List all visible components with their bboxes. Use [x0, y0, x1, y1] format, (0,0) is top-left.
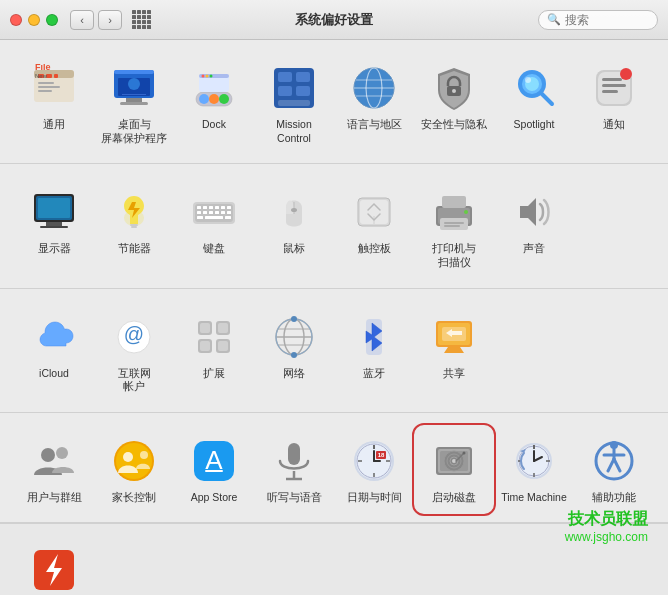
svg-rect-86	[444, 222, 464, 224]
dock-icon	[188, 62, 240, 114]
back-button[interactable]: ‹	[70, 10, 94, 30]
svg-point-111	[41, 448, 55, 462]
svg-point-106	[291, 352, 297, 358]
pref-item-language[interactable]: 语言与地区	[336, 54, 412, 153]
svg-rect-67	[227, 206, 231, 209]
energy-icon	[108, 186, 160, 238]
users-label: 用户与群组	[27, 491, 82, 505]
datetime-label: 日期与时间	[347, 491, 402, 505]
titlebar: ‹ › 系统偏好设置 🔍	[0, 0, 668, 40]
pref-item-startup[interactable]: 启动磁盘	[416, 427, 492, 513]
hardware-section: 显示器 节能器	[0, 164, 668, 288]
svg-rect-87	[444, 225, 460, 227]
pref-item-notification[interactable]: 通知	[576, 54, 652, 153]
svg-text:@: @	[124, 323, 144, 345]
svg-point-20	[219, 94, 229, 104]
pref-item-mouse[interactable]: 鼠标	[256, 178, 332, 277]
nav-buttons: ‹ ›	[70, 10, 122, 30]
svg-rect-27	[278, 72, 292, 82]
pref-item-trackpad[interactable]: 触控板	[336, 178, 412, 277]
svg-point-112	[56, 447, 68, 459]
pref-item-spotlight[interactable]: Spotlight	[496, 54, 572, 153]
general-icon: File New	[28, 62, 80, 114]
search-box[interactable]: 🔍	[538, 10, 658, 30]
datetime-icon: 18	[348, 435, 400, 487]
pref-item-sharing[interactable]: 共享	[416, 303, 492, 402]
svg-rect-119	[288, 443, 300, 465]
mouse-label: 鼠标	[283, 242, 305, 256]
svg-rect-55	[40, 226, 68, 228]
svg-rect-28	[296, 72, 310, 82]
svg-rect-76	[225, 216, 231, 219]
watermark-line2: www.jsgho.com	[565, 530, 648, 544]
startup-icon	[428, 435, 480, 487]
sound-label: 声音	[523, 242, 545, 256]
svg-text:New: New	[35, 73, 48, 79]
parental-icon	[108, 435, 160, 487]
svg-rect-66	[221, 206, 225, 209]
search-icon: 🔍	[547, 13, 561, 26]
trackpad-label: 触控板	[358, 242, 391, 256]
mission-icon	[268, 62, 320, 114]
grid-view-button[interactable]	[130, 9, 152, 31]
pref-item-bluetooth[interactable]: 蓝牙	[336, 303, 412, 402]
svg-point-88	[464, 210, 468, 214]
pref-item-users[interactable]: 用户与群组	[16, 427, 92, 513]
svg-rect-75	[205, 216, 223, 219]
pref-item-sound[interactable]: 声音	[496, 178, 572, 277]
pref-item-internet[interactable]: @ 互联网帐户	[96, 303, 172, 402]
search-input[interactable]	[565, 13, 645, 27]
svg-point-142	[463, 451, 466, 454]
svg-rect-71	[215, 211, 219, 214]
personal-section: File New 通用 桌面与屏幕保护程序	[0, 40, 668, 164]
dictation-label: 听写与语音	[267, 491, 322, 505]
svg-rect-98	[218, 341, 228, 351]
security-icon	[428, 62, 480, 114]
forward-button[interactable]: ›	[98, 10, 122, 30]
extensions-label: 扩展	[203, 367, 225, 381]
flash-section: Flash Player 技术员联盟 www.jsgho.com	[0, 523, 668, 595]
pref-item-parental[interactable]: 家长控制	[96, 427, 172, 513]
pref-item-energy[interactable]: 节能器	[96, 178, 172, 277]
desktop-label: 桌面与屏幕保护程序	[101, 118, 167, 145]
flash-icon	[28, 544, 80, 595]
pref-item-printer[interactable]: 打印机与扫描仪	[416, 178, 492, 277]
close-button[interactable]	[10, 14, 22, 26]
pref-item-appstore[interactable]: A App Store	[176, 427, 252, 513]
pref-item-dictation[interactable]: 听写与语音	[256, 427, 332, 513]
minimize-button[interactable]	[28, 14, 40, 26]
pref-item-timemachine[interactable]: Time Machine	[496, 427, 572, 513]
dictation-icon	[268, 435, 320, 487]
pref-item-extensions[interactable]: 扩展	[176, 303, 252, 402]
sharing-label: 共享	[443, 367, 465, 381]
maximize-button[interactable]	[46, 14, 58, 26]
svg-point-40	[452, 89, 456, 93]
pref-item-dock[interactable]: Dock	[176, 54, 252, 153]
svg-rect-4	[54, 74, 58, 78]
svg-rect-95	[200, 323, 210, 333]
pref-item-flash[interactable]: Flash Player	[16, 536, 92, 595]
pref-item-keyboard[interactable]: 键盘	[176, 178, 252, 277]
pref-item-datetime[interactable]: 18 日期与时间	[336, 427, 412, 513]
spotlight-label: Spotlight	[514, 118, 555, 132]
pref-item-network[interactable]: 网络	[256, 303, 332, 402]
timemachine-label: Time Machine	[501, 491, 567, 505]
svg-rect-59	[131, 226, 137, 228]
svg-rect-78	[291, 208, 297, 212]
pref-item-display[interactable]: 显示器	[16, 178, 92, 277]
svg-rect-62	[197, 206, 201, 209]
svg-rect-54	[46, 222, 62, 226]
pref-item-general[interactable]: File New 通用	[16, 54, 92, 153]
pref-item-desktop[interactable]: 桌面与屏幕保护程序	[96, 54, 172, 153]
timemachine-icon	[508, 435, 560, 487]
pref-item-security[interactable]: 安全性与隐私	[416, 54, 492, 153]
users-icon	[28, 435, 80, 487]
svg-point-19	[209, 94, 219, 104]
svg-point-48	[620, 68, 632, 80]
pref-item-accessibility[interactable]: 辅助功能	[576, 427, 652, 513]
parental-label: 家长控制	[112, 491, 156, 505]
pref-item-icloud[interactable]: iCloud	[16, 303, 92, 402]
svg-rect-63	[203, 206, 207, 209]
svg-point-15	[128, 78, 140, 90]
pref-item-mission[interactable]: MissionControl	[256, 54, 332, 153]
